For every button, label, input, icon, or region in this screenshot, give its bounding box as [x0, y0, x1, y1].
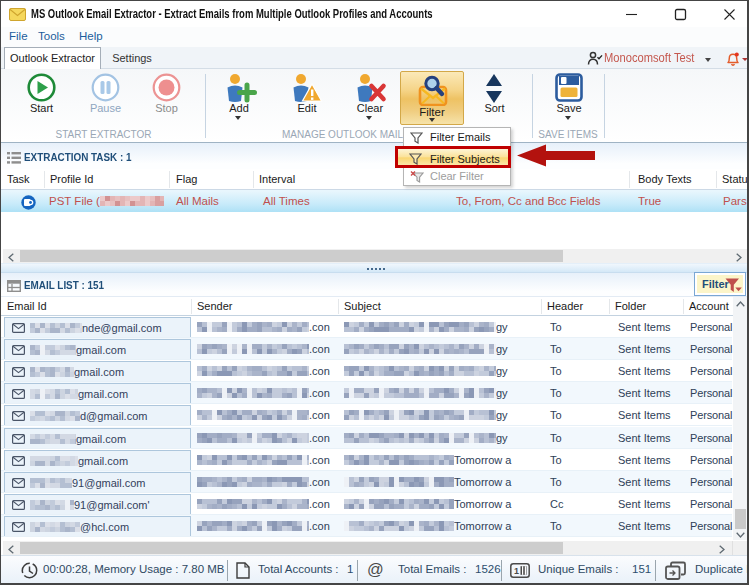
- svg-text:1: 1: [514, 566, 519, 576]
